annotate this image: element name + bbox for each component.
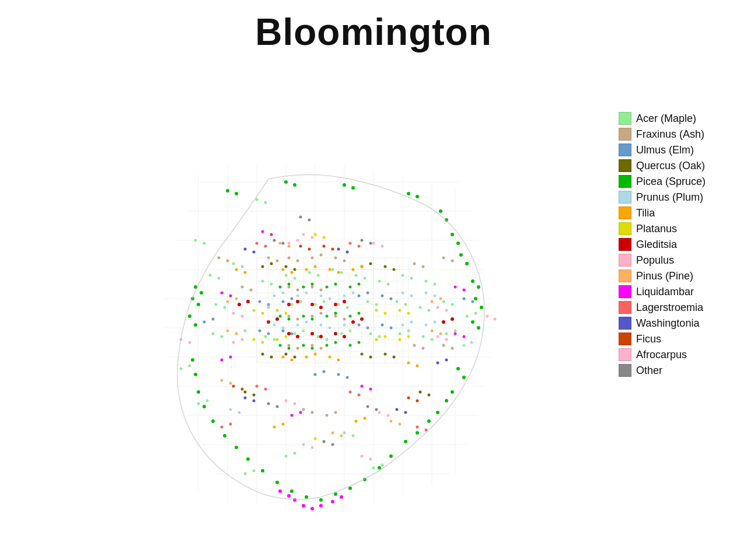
svg-point-50 xyxy=(323,300,326,303)
svg-point-256 xyxy=(358,341,361,344)
svg-point-82 xyxy=(203,242,206,245)
svg-point-426 xyxy=(331,248,334,251)
svg-point-263 xyxy=(343,295,346,298)
svg-point-143 xyxy=(282,330,285,332)
svg-point-387 xyxy=(221,359,224,362)
svg-point-223 xyxy=(275,481,279,484)
svg-point-196 xyxy=(293,183,296,187)
svg-point-281 xyxy=(229,408,232,411)
svg-point-362 xyxy=(494,318,497,321)
svg-point-409 xyxy=(349,391,352,394)
svg-point-343 xyxy=(238,303,241,306)
svg-point-428 xyxy=(308,248,311,251)
svg-point-96 xyxy=(189,365,191,368)
svg-point-204 xyxy=(456,242,460,245)
svg-point-205 xyxy=(459,253,463,257)
svg-point-315 xyxy=(375,309,378,312)
svg-point-192 xyxy=(477,326,480,330)
svg-point-124 xyxy=(276,260,279,262)
svg-point-389 xyxy=(291,414,294,417)
svg-point-170 xyxy=(369,262,372,265)
svg-point-267 xyxy=(296,324,299,327)
svg-point-28 xyxy=(294,277,296,280)
svg-point-347 xyxy=(232,312,235,315)
svg-point-29 xyxy=(308,271,311,274)
svg-point-370 xyxy=(439,298,442,300)
svg-point-297 xyxy=(329,356,331,359)
svg-point-167 xyxy=(285,353,288,356)
svg-point-334 xyxy=(296,335,299,338)
svg-point-280 xyxy=(434,321,437,324)
svg-point-134 xyxy=(311,411,314,414)
svg-point-261 xyxy=(320,295,323,298)
svg-point-213 xyxy=(416,431,419,435)
svg-point-207 xyxy=(456,367,460,370)
legend-item: Platanus xyxy=(619,222,735,235)
legend-label: Lagerstroemia xyxy=(636,302,703,314)
svg-point-363 xyxy=(361,455,364,458)
svg-point-381 xyxy=(221,292,224,295)
svg-point-283 xyxy=(463,344,466,347)
svg-point-93 xyxy=(244,473,247,475)
legend-label: Populus xyxy=(636,254,674,267)
svg-point-323 xyxy=(314,233,317,236)
svg-point-412 xyxy=(425,429,428,432)
svg-point-212 xyxy=(427,419,431,423)
legend-swatch xyxy=(619,144,631,156)
svg-point-383 xyxy=(454,286,457,289)
svg-point-420 xyxy=(253,400,256,402)
svg-point-95 xyxy=(180,368,183,370)
svg-point-128 xyxy=(451,260,454,262)
svg-point-242 xyxy=(288,318,291,321)
svg-point-396 xyxy=(302,504,305,508)
svg-point-400 xyxy=(340,495,343,499)
svg-point-449 xyxy=(299,216,302,219)
svg-point-77 xyxy=(422,335,425,338)
svg-point-119 xyxy=(218,257,221,260)
svg-point-391 xyxy=(361,385,364,388)
legend-item: Picea (Spruce) xyxy=(619,175,735,188)
svg-point-86 xyxy=(264,201,267,204)
svg-point-365 xyxy=(226,300,229,303)
svg-point-257 xyxy=(273,295,276,298)
svg-point-229 xyxy=(203,405,206,408)
svg-point-450 xyxy=(308,219,311,222)
legend-item: Tilia xyxy=(619,206,735,219)
svg-point-226 xyxy=(235,446,238,449)
svg-point-36 xyxy=(387,283,390,286)
svg-point-114 xyxy=(343,318,346,321)
svg-point-376 xyxy=(340,435,343,438)
svg-point-303 xyxy=(355,420,358,423)
legend-label: Other xyxy=(636,365,662,377)
legend-label: Ficus xyxy=(636,333,661,345)
svg-point-336 xyxy=(319,335,323,338)
svg-point-187 xyxy=(471,279,474,283)
svg-point-228 xyxy=(211,419,215,423)
svg-point-401 xyxy=(278,489,282,493)
legend-label: Picea (Spruce) xyxy=(636,176,706,188)
svg-point-432 xyxy=(241,388,244,391)
svg-point-117 xyxy=(311,344,314,347)
svg-point-129 xyxy=(413,344,416,347)
svg-point-358 xyxy=(311,446,314,449)
svg-point-125 xyxy=(413,262,416,265)
svg-point-262 xyxy=(329,298,331,300)
svg-point-48 xyxy=(299,300,302,303)
svg-point-390 xyxy=(299,411,302,414)
svg-point-32 xyxy=(340,271,343,274)
svg-point-451 xyxy=(323,440,326,443)
legend-swatch xyxy=(619,332,631,345)
legend-swatch xyxy=(619,222,631,235)
svg-point-341 xyxy=(351,320,355,324)
svg-point-345 xyxy=(442,320,445,324)
svg-point-176 xyxy=(393,356,396,359)
svg-point-148 xyxy=(390,298,393,300)
svg-point-163 xyxy=(285,265,288,268)
map-container xyxy=(0,65,619,560)
svg-point-410 xyxy=(358,394,361,397)
svg-point-305 xyxy=(273,426,276,429)
legend: Acer (Maple)Fraxinus (Ash)Ulmus (Elm)Que… xyxy=(619,65,747,380)
legend-item: Acer (Maple) xyxy=(619,112,735,125)
svg-point-304 xyxy=(364,417,366,420)
svg-point-38 xyxy=(410,277,413,280)
